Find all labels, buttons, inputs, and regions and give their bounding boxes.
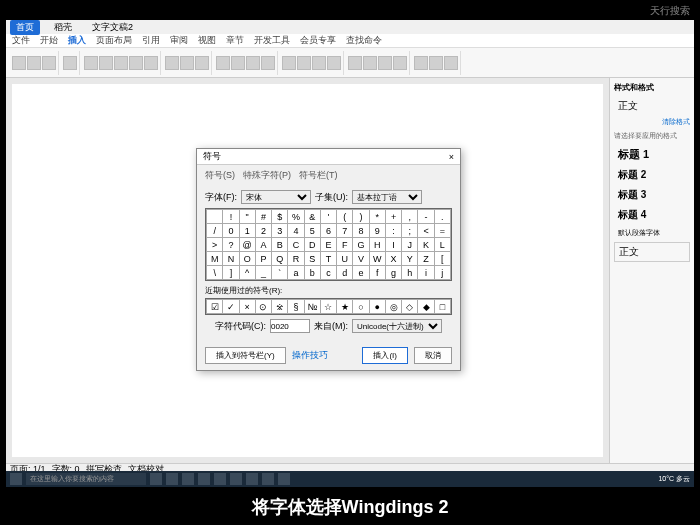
attachment-icon[interactable] [327,56,341,70]
char-cell[interactable]: U [337,252,353,266]
char-cell[interactable]: > [207,238,223,252]
app-icon[interactable] [246,473,258,485]
char-cell[interactable]: 6 [320,224,336,238]
style-heading1[interactable]: 标题 1 [614,145,690,164]
char-cell[interactable]: ` [272,266,288,280]
hyperlink-icon[interactable] [414,56,428,70]
style-heading3[interactable]: 标题 3 [614,186,690,204]
char-cell[interactable]: H [369,238,385,252]
char-cell[interactable]: Y [402,252,418,266]
char-cell[interactable]: i [418,266,434,280]
char-cell[interactable]: Q [272,252,288,266]
char-cell[interactable]: O [239,252,255,266]
char-cell[interactable]: T [320,252,336,266]
char-cell[interactable]: ( [337,210,353,224]
char-cell[interactable]: B [272,238,288,252]
char-cell[interactable]: ? [223,238,239,252]
char-cell[interactable]: c [320,266,336,280]
char-cell[interactable]: 0 [223,224,239,238]
ribbon-search[interactable]: 查找命令 [346,34,382,47]
font-select[interactable]: 宋体 [241,190,311,204]
char-cell[interactable]: X [385,252,401,266]
recent-char-cell[interactable]: □ [434,300,450,314]
screenshot-icon[interactable] [99,56,113,70]
recent-char-cell[interactable]: ◎ [385,300,401,314]
crossref-icon[interactable] [444,56,458,70]
charcode-input[interactable] [270,319,310,333]
recent-char-cell[interactable]: ★ [337,300,353,314]
table-icon[interactable] [63,56,77,70]
taskbar-search[interactable]: 在这里输入你要搜索的内容 [26,473,146,485]
style-heading2[interactable]: 标题 2 [614,166,690,184]
char-cell[interactable]: ) [353,210,369,224]
ribbon-tab[interactable]: 视图 [198,34,216,47]
operation-tips-link[interactable]: 操作技巧 [292,349,328,362]
ribbon-tab[interactable]: 章节 [226,34,244,47]
picture-icon[interactable] [84,56,98,70]
insert-to-bar-button[interactable]: 插入到符号栏(Y) [205,347,286,364]
char-cell[interactable]: 4 [288,224,304,238]
tab-symbolbar[interactable]: 符号栏(T) [299,169,338,182]
char-cell[interactable]: G [353,238,369,252]
cover-icon[interactable] [12,56,26,70]
app-icon[interactable] [278,473,290,485]
task-view-icon[interactable] [150,473,162,485]
char-cell[interactable]: _ [255,266,271,280]
textbox-icon[interactable] [282,56,296,70]
char-cell[interactable]: 7 [337,224,353,238]
header-icon[interactable] [216,56,230,70]
char-cell[interactable]: ; [402,224,418,238]
symbol-icon[interactable] [363,56,377,70]
char-cell[interactable]: h [402,266,418,280]
ribbon-tab-insert[interactable]: 插入 [68,34,86,47]
char-cell[interactable]: 2 [255,224,271,238]
char-cell[interactable]: E [320,238,336,252]
tab-symbols[interactable]: 符号(S) [205,169,235,182]
char-cell[interactable]: 1 [239,224,255,238]
close-icon[interactable]: × [449,152,454,162]
addin-icon[interactable] [165,56,179,70]
char-cell[interactable]: ! [223,210,239,224]
date-icon[interactable] [312,56,326,70]
recent-char-cell[interactable]: × [239,300,255,314]
field-icon[interactable] [348,56,362,70]
char-cell[interactable]: . [434,210,450,224]
char-cell[interactable]: # [255,210,271,224]
number-icon[interactable] [393,56,407,70]
char-cell[interactable]: " [239,210,255,224]
tab-special[interactable]: 特殊字符(P) [243,169,291,182]
char-cell[interactable]: & [304,210,320,224]
pagenum-icon[interactable] [246,56,260,70]
icons-icon[interactable] [129,56,143,70]
ribbon-tab[interactable]: 开发工具 [254,34,290,47]
char-cell[interactable]: : [385,224,401,238]
recent-char-cell[interactable]: ○ [353,300,369,314]
char-cell[interactable]: Z [418,252,434,266]
char-cell[interactable]: d [337,266,353,280]
app-icon[interactable] [230,473,242,485]
char-cell[interactable]: - [418,210,434,224]
clear-format[interactable]: 清除格式 [614,117,690,127]
char-cell[interactable]: A [255,238,271,252]
char-cell[interactable]: g [385,266,401,280]
char-cell[interactable]: J [402,238,418,252]
recent-char-cell[interactable]: ⊙ [255,300,271,314]
char-cell[interactable]: 5 [304,224,320,238]
char-cell[interactable]: 9 [369,224,385,238]
char-cell[interactable]: + [385,210,401,224]
watermark-icon[interactable] [261,56,275,70]
char-cell[interactable]: F [337,238,353,252]
mindmap-icon[interactable] [195,56,209,70]
char-cell[interactable]: R [288,252,304,266]
char-cell[interactable]: b [304,266,320,280]
char-cell[interactable]: f [369,266,385,280]
char-cell[interactable] [207,210,223,224]
char-cell[interactable]: I [385,238,401,252]
char-cell[interactable]: * [369,210,385,224]
tab-docer[interactable]: 稻壳 [48,20,78,35]
char-cell[interactable]: P [255,252,271,266]
explorer-icon[interactable] [182,473,194,485]
recent-char-cell[interactable]: № [304,300,320,314]
recent-char-cell[interactable]: ◇ [402,300,418,314]
footer-icon[interactable] [231,56,245,70]
